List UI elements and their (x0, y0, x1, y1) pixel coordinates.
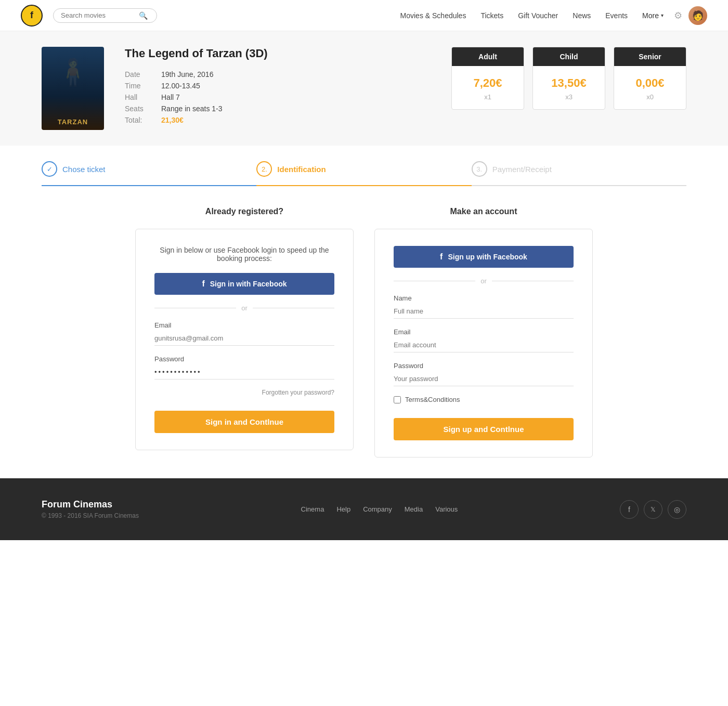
nav-more[interactable]: More ▾ (642, 11, 664, 20)
seats-label: Seats (125, 103, 161, 114)
child-qty: x3 (533, 93, 605, 101)
signup-name-label: Name (394, 294, 574, 302)
search-icon: 🔍 (139, 11, 148, 20)
time-value: 12.00-13.45 (161, 80, 223, 91)
steps: ✓ Chose ticket 2. Identification 3. Paym… (42, 161, 686, 186)
signin-panel: Sign in below or use Facebook login to s… (135, 229, 354, 450)
time-row: Time 12.00-13.45 (125, 80, 223, 91)
signup-panel: f Sign up with Facebook or Name Email Pa… (374, 229, 593, 457)
nav-news[interactable]: News (573, 11, 591, 20)
signin-submit-button[interactable]: Sign in and Contlnue (154, 411, 334, 433)
step-identification: 2. Identification (256, 161, 471, 186)
nav-events[interactable]: Events (605, 11, 628, 20)
poster-figure-icon: 🧍 (57, 57, 89, 87)
total-row: Total: 21,30€ (125, 114, 223, 126)
signin-description: Sign in below or use Facebook login to s… (154, 246, 334, 263)
logo-icon: f (21, 5, 43, 27)
seats-row: Seats Range in seats 1-3 (125, 103, 223, 114)
date-label: Date (125, 69, 161, 80)
step3-label: Payment/Receipt (492, 165, 552, 174)
child-header: Child (533, 47, 605, 66)
footer-nav: Cinema Help Company Media Various (301, 505, 458, 513)
steps-container: ✓ Chose ticket 2. Identification 3. Paym… (0, 146, 728, 186)
seats-value: Range in seats 1-3 (161, 103, 223, 114)
signin-email-label: Email (154, 321, 334, 329)
signup-name-input[interactable] (394, 304, 574, 319)
signin-email-input[interactable] (154, 331, 334, 346)
adult-qty: x1 (452, 93, 524, 101)
signup-section: Make an account f Sign up with Facebook … (374, 207, 593, 457)
signup-password-input[interactable] (394, 372, 574, 386)
signin-password-input[interactable] (154, 365, 334, 380)
search-input[interactable] (61, 11, 139, 19)
signup-fb-label: Sign up with Facebook (448, 253, 527, 261)
signin-or-divider: or (154, 304, 334, 312)
logo[interactable]: f (21, 5, 43, 27)
movie-title: The Legend of Tarzan (3D) (125, 47, 431, 60)
main-content: Already registered? Sign in below or use… (0, 186, 728, 478)
chevron-down-icon: ▾ (661, 12, 664, 18)
main-nav: Movies & Schedules Tickets Gift Voucher … (400, 11, 664, 20)
footer-link-various[interactable]: Various (435, 505, 458, 513)
facebook-signup-icon: f (440, 252, 443, 262)
signup-email-group: Email (394, 328, 574, 352)
footer-link-help[interactable]: Help (336, 505, 350, 513)
footer: Forum Cinemas © 1993 - 2016 SIA Forum Ci… (0, 478, 728, 540)
social-icons: f 𝕏 ◎ (620, 500, 686, 519)
adult-body: 7,20€ x1 (452, 66, 524, 109)
hall-row: Hall Hall 7 (125, 91, 223, 103)
adult-header: Adult (452, 47, 524, 66)
settings-icon[interactable]: ⚙ (674, 10, 682, 21)
twitter-social-button[interactable]: 𝕏 (644, 500, 662, 519)
signin-password-label: Password (154, 355, 334, 363)
footer-link-cinema[interactable]: Cinema (301, 505, 324, 513)
signin-facebook-button[interactable]: f Sign in with Facebook (154, 273, 334, 295)
ticket-prices: Adult 7,20€ x1 Child 13,50€ x3 Senior 0,… (451, 47, 686, 110)
time-label: Time (125, 80, 161, 91)
child-amount: 13,50€ (533, 76, 605, 90)
price-card-senior: Senior 0,00€ x0 (614, 47, 686, 110)
terms-label[interactable]: Terms&Conditions (405, 396, 460, 403)
header-icons: ⚙ 🧑 (674, 6, 707, 25)
terms-checkbox[interactable] (394, 396, 401, 403)
adult-amount: 7,20€ (452, 76, 524, 90)
date-value: 19th June, 2016 (161, 69, 223, 80)
instagram-social-button[interactable]: ◎ (668, 500, 686, 519)
nav-movies[interactable]: Movies & Schedules (400, 11, 466, 20)
step1-circle: ✓ (42, 161, 57, 177)
signup-name-group: Name (394, 294, 574, 319)
senior-header: Senior (614, 47, 686, 66)
child-body: 13,50€ x3 (533, 66, 605, 109)
total-value: 21,30€ (161, 114, 223, 126)
price-card-child: Child 13,50€ x3 (532, 47, 605, 110)
signup-submit-button[interactable]: Sign up and Contlnue (394, 418, 574, 440)
booking-summary: 🧍 TARZAN The Legend of Tarzan (3D) Date … (0, 31, 728, 146)
facebook-social-button[interactable]: f (620, 500, 639, 519)
footer-link-media[interactable]: Media (405, 505, 423, 513)
signup-facebook-button[interactable]: f Sign up with Facebook (394, 246, 574, 268)
step-payment: 3. Payment/Receipt (472, 161, 686, 186)
step2-label: Identification (277, 165, 326, 174)
signup-password-label: Password (394, 362, 574, 370)
movie-info: The Legend of Tarzan (3D) Date 19th June… (125, 47, 431, 126)
signup-title: Make an account (374, 207, 593, 216)
search-bar[interactable]: 🔍 (53, 8, 157, 23)
signin-title: Already registered? (135, 207, 354, 216)
info-table: Date 19th June, 2016 Time 12.00-13.45 Ha… (125, 69, 223, 126)
signup-or-divider: or (394, 277, 574, 285)
forgot-password-link[interactable]: Forgotten your password? (154, 389, 334, 396)
avatar[interactable]: 🧑 (688, 6, 707, 25)
nav-tickets[interactable]: Tickets (480, 11, 503, 20)
signin-password-group: Password (154, 355, 334, 380)
signin-fb-label: Sign in with Facebook (210, 280, 287, 288)
header: f 🔍 Movies & Schedules Tickets Gift Vouc… (0, 0, 728, 31)
signup-email-label: Email (394, 328, 574, 336)
footer-link-company[interactable]: Company (363, 505, 392, 513)
step2-circle: 2. (256, 161, 272, 177)
senior-qty: x0 (614, 93, 686, 101)
signup-email-input[interactable] (394, 338, 574, 352)
step3-circle: 3. (472, 161, 487, 177)
date-row: Date 19th June, 2016 (125, 69, 223, 80)
signin-section: Already registered? Sign in below or use… (135, 207, 354, 457)
nav-gift[interactable]: Gift Voucher (518, 11, 558, 20)
